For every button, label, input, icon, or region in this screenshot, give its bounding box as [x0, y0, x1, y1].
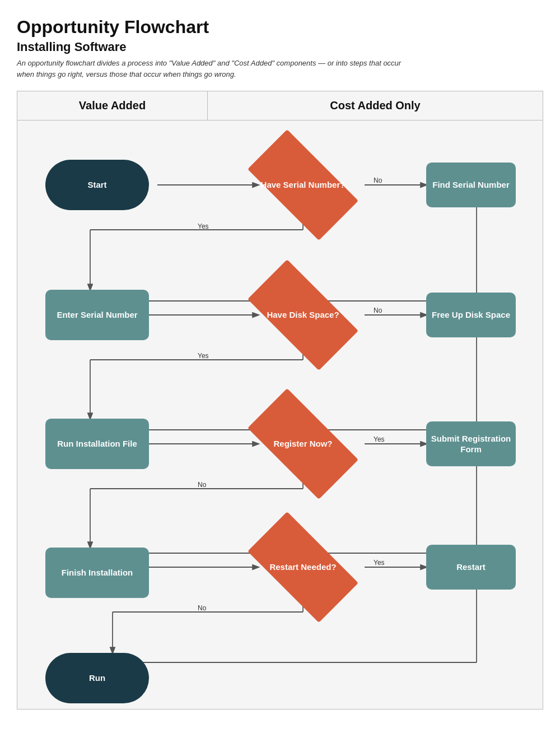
label-yes-register: Yes	[374, 435, 385, 443]
node-start: Start	[45, 160, 149, 210]
node-register-now: Register Now?	[253, 416, 353, 472]
label-yes-disk: Yes	[198, 352, 209, 360]
label-no-serial: No	[374, 177, 382, 184]
page-subtitle: Installing Software	[17, 40, 543, 54]
node-have-serial: Have Serial Number?	[253, 157, 353, 213]
flowchart: Value Added Cost Added Only	[17, 91, 543, 709]
node-restart: Restart	[426, 545, 516, 590]
node-finish-install: Finish Installation	[45, 548, 149, 598]
label-yes-serial: Yes	[198, 222, 209, 230]
node-enter-serial: Enter Serial Number	[45, 290, 149, 340]
node-find-serial: Find Serial Number	[426, 163, 516, 207]
node-submit-reg: Submit Registration Form	[426, 421, 516, 466]
node-free-disk: Free Up Disk Space	[426, 293, 516, 337]
node-run-install: Run Installation File	[45, 419, 149, 469]
header-value-added: Value Added	[17, 91, 208, 120]
page-description: An opportunity flowchart divides a proce…	[17, 58, 409, 80]
node-restart-needed: Restart Needed?	[253, 539, 353, 595]
page-title: Opportunity Flowchart	[17, 17, 543, 38]
flowchart-header: Value Added Cost Added Only	[17, 91, 543, 120]
flowchart-body: No Yes No Yes Yes No Yes No Start Have S…	[17, 120, 543, 709]
node-have-disk: Have Disk Space?	[253, 287, 353, 343]
label-yes-restart: Yes	[374, 559, 385, 567]
label-no-register: No	[198, 481, 206, 489]
header-cost-added: Cost Added Only	[208, 91, 543, 120]
node-run: Run	[45, 653, 149, 703]
label-no-disk: No	[374, 307, 382, 314]
label-no-restart: No	[198, 604, 206, 612]
